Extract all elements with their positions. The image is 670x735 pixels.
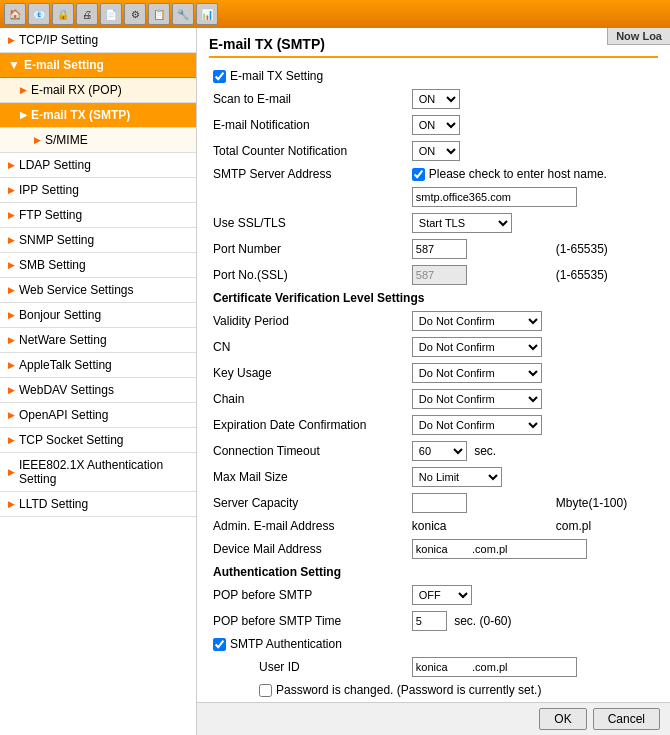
auth-section-row: Authentication Setting	[209, 562, 658, 582]
server-capacity-input[interactable]	[412, 493, 467, 513]
smtp-auth-checkbox-label[interactable]: SMTP Authentication	[213, 637, 654, 651]
arrow-icon: ▶	[8, 360, 15, 370]
sidebar-item-label: TCP/IP Setting	[19, 33, 98, 47]
toolbar-icon-6[interactable]: ⚙	[124, 3, 146, 25]
sidebar-item-webdav[interactable]: ▶ WebDAV Settings	[0, 378, 196, 403]
validity-select[interactable]: Do Not Confirm Confirm	[412, 311, 542, 331]
sidebar-item-ieee8021x[interactable]: ▶ IEEE802.1X Authentication Setting	[0, 453, 196, 492]
toolbar-icon-2[interactable]: 📧	[28, 3, 50, 25]
sidebar-item-webservice[interactable]: ▶ Web Service Settings	[0, 278, 196, 303]
toolbar-icon-7[interactable]: 📋	[148, 3, 170, 25]
ssl-label: Use SSL/TLS	[209, 210, 408, 236]
port-ssl-input[interactable]	[412, 265, 467, 285]
sidebar-item-email[interactable]: ▼ E-mail Setting	[0, 53, 196, 78]
ok-button[interactable]: OK	[539, 708, 586, 730]
smtp-hostname-checkbox[interactable]	[412, 168, 425, 181]
auth-section-label: Authentication Setting	[209, 562, 658, 582]
expiration-row: Expiration Date Confirmation Do Not Conf…	[209, 412, 658, 438]
sidebar-item-label: WebDAV Settings	[19, 383, 114, 397]
server-capacity-row: Server Capacity Mbyte(1-100)	[209, 490, 658, 516]
user-id-input[interactable]	[412, 657, 577, 677]
arrow-icon: ▶	[8, 310, 15, 320]
smtp-auth-checkbox[interactable]	[213, 638, 226, 651]
expiration-select[interactable]: Do Not Confirm Confirm	[412, 415, 542, 435]
total-counter-select[interactable]: ON OFF	[412, 141, 460, 161]
cn-row: CN Do Not Confirm Confirm	[209, 334, 658, 360]
server-capacity-label: Server Capacity	[209, 490, 408, 516]
cn-select[interactable]: Do Not Confirm Confirm	[412, 337, 542, 357]
cn-label: CN	[209, 334, 408, 360]
sidebar-item-email-rx[interactable]: ▶ E-mail RX (POP)	[0, 78, 196, 103]
sidebar-item-ftp[interactable]: ▶ FTP Setting	[0, 203, 196, 228]
email-tx-checkbox[interactable]	[213, 70, 226, 83]
cert-section-row: Certificate Verification Level Settings	[209, 288, 658, 308]
sidebar-item-netware[interactable]: ▶ NetWare Setting	[0, 328, 196, 353]
sidebar-item-smime[interactable]: ▶ S/MIME	[0, 128, 196, 153]
sidebar-item-ipp[interactable]: ▶ IPP Setting	[0, 178, 196, 203]
chain-select[interactable]: Do Not Confirm Confirm	[412, 389, 542, 409]
email-tx-setting-row: E-mail TX Setting	[209, 66, 658, 86]
sidebar-item-ldap[interactable]: ▶ LDAP Setting	[0, 153, 196, 178]
pop-time-input[interactable]	[412, 611, 447, 631]
sidebar-item-lltd[interactable]: ▶ LLTD Setting	[0, 492, 196, 517]
arrow-icon: ▶	[8, 160, 15, 170]
arrow-icon: ▶	[8, 499, 15, 509]
sidebar-item-bonjour[interactable]: ▶ Bonjour Setting	[0, 303, 196, 328]
toolbar-icon-1[interactable]: 🏠	[4, 3, 26, 25]
smtp-checkbox-label[interactable]: Please check to enter host name.	[412, 167, 654, 181]
key-usage-label: Key Usage	[209, 360, 408, 386]
port-number-label: Port Number	[209, 236, 408, 262]
chain-row: Chain Do Not Confirm Confirm	[209, 386, 658, 412]
max-mail-select[interactable]: No Limit 1 5 10	[412, 467, 502, 487]
toolbar-icon-5[interactable]: 📄	[100, 3, 122, 25]
sidebar-item-label: OpenAPI Setting	[19, 408, 108, 422]
sidebar-item-email-tx[interactable]: ▶ E-mail TX (SMTP)	[0, 103, 196, 128]
sidebar-item-tcpsocket[interactable]: ▶ TCP Socket Setting	[0, 428, 196, 453]
port-ssl-label: Port No.(SSL)	[209, 262, 408, 288]
sidebar-item-tcpip[interactable]: ▶ TCP/IP Setting	[0, 28, 196, 53]
scan-email-label: Scan to E-mail	[209, 86, 408, 112]
timeout-select[interactable]: 60 30 90 120	[412, 441, 467, 461]
scan-email-select[interactable]: ON OFF	[412, 89, 460, 109]
arrow-icon: ▶	[8, 185, 15, 195]
sidebar-item-appletalk[interactable]: ▶ AppleTalk Setting	[0, 353, 196, 378]
cancel-button[interactable]: Cancel	[593, 708, 660, 730]
sidebar-item-label: AppleTalk Setting	[19, 358, 112, 372]
pop-before-label: POP before SMTP	[209, 582, 408, 608]
smtp-server-label: SMTP Server Address	[209, 164, 408, 184]
pop-before-select[interactable]: OFF ON	[412, 585, 472, 605]
server-capacity-unit: Mbyte(1-100)	[552, 490, 658, 516]
arrow-icon: ▶	[8, 385, 15, 395]
max-mail-row: Max Mail Size No Limit 1 5 10	[209, 464, 658, 490]
sidebar-item-openapi[interactable]: ▶ OpenAPI Setting	[0, 403, 196, 428]
arrow-icon: ▶	[8, 335, 15, 345]
email-notification-label: E-mail Notification	[209, 112, 408, 138]
password-changed-label[interactable]: Password is changed. (Password is curren…	[259, 683, 654, 697]
smtp-server-row: SMTP Server Address Please check to ente…	[209, 164, 658, 184]
sidebar-item-label: IPP Setting	[19, 183, 79, 197]
smtp-address-input[interactable]	[412, 187, 577, 207]
toolbar-icon-4[interactable]: 🖨	[76, 3, 98, 25]
sidebar-item-label: IEEE802.1X Authentication Setting	[19, 458, 188, 486]
sidebar-item-label: S/MIME	[45, 133, 88, 147]
key-usage-row: Key Usage Do Not Confirm Confirm	[209, 360, 658, 386]
sidebar: ▶ TCP/IP Setting ▼ E-mail Setting ▶ E-ma…	[0, 28, 197, 735]
ssl-select[interactable]: Start TLS OFF ON SSL	[412, 213, 512, 233]
sidebar-item-label: E-mail TX (SMTP)	[31, 108, 130, 122]
sidebar-item-snmp[interactable]: ▶ SNMP Setting	[0, 228, 196, 253]
key-usage-select[interactable]: Do Not Confirm Confirm	[412, 363, 542, 383]
sidebar-item-label: Bonjour Setting	[19, 308, 101, 322]
sidebar-item-smb[interactable]: ▶ SMB Setting	[0, 253, 196, 278]
email-tx-checkbox-label[interactable]: E-mail TX Setting	[213, 69, 654, 83]
validity-row: Validity Period Do Not Confirm Confirm	[209, 308, 658, 334]
toolbar-icon-3[interactable]: 🔒	[52, 3, 74, 25]
password-changed-checkbox[interactable]	[259, 684, 272, 697]
now-loading-badge: Now Loa	[607, 28, 670, 45]
port-number-input[interactable]	[412, 239, 467, 259]
toolbar-icon-8[interactable]: 🔧	[172, 3, 194, 25]
port-ssl-row: Port No.(SSL) (1-65535)	[209, 262, 658, 288]
device-mail-input[interactable]	[412, 539, 587, 559]
email-notification-select[interactable]: ON OFF	[412, 115, 460, 135]
sidebar-item-label: E-mail RX (POP)	[31, 83, 122, 97]
toolbar-icon-9[interactable]: 📊	[196, 3, 218, 25]
